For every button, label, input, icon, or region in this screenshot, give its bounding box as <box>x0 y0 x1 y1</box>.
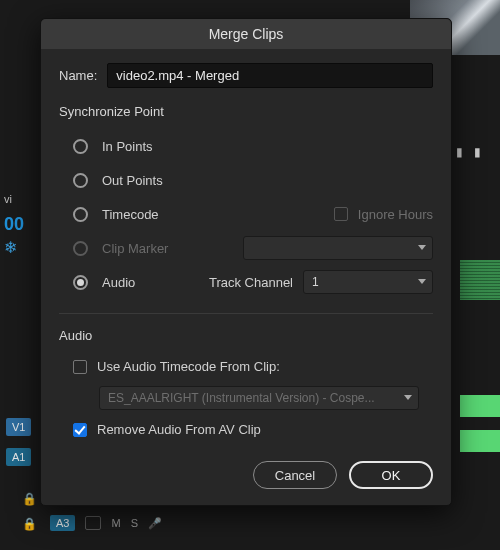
track-headers: V1 A1 <box>6 418 35 466</box>
select-value: ES_AAALRIGHT (Instrumental Version) - Co… <box>108 391 375 405</box>
radio-icon <box>73 207 88 222</box>
ignore-hours-label: Ignore Hours <box>358 207 433 222</box>
track-channel-select[interactable]: 1 <box>303 270 433 294</box>
radio-icon <box>73 139 88 154</box>
audio-timecode-source-select: ES_AAALRIGHT (Instrumental Version) - Co… <box>99 386 419 410</box>
option-out-points[interactable]: Out Points <box>73 163 433 197</box>
radio-icon <box>73 241 88 256</box>
use-audio-timecode-row[interactable]: Use Audio Timecode From Clip: <box>59 353 433 380</box>
option-audio[interactable]: Audio Track Channel 1 <box>73 265 433 299</box>
remove-audio-row[interactable]: Remove Audio From AV Clip <box>59 416 433 443</box>
audio-clip-a1[interactable] <box>460 395 500 417</box>
track-toggle[interactable] <box>85 516 101 530</box>
panel-tab[interactable]: vi <box>4 193 12 205</box>
mute-label[interactable]: M <box>111 517 120 529</box>
dialog-title: Merge Clips <box>41 19 451 49</box>
chevron-down-icon <box>418 279 426 284</box>
cancel-button[interactable]: Cancel <box>253 461 337 489</box>
use-audio-timecode-label: Use Audio Timecode From Clip: <box>97 359 280 374</box>
ignore-hours-checkbox <box>334 207 348 221</box>
remove-audio-checkbox[interactable] <box>73 423 87 437</box>
lock-icon[interactable]: 🔒 <box>22 492 37 506</box>
audio-clip-a2[interactable] <box>460 430 500 452</box>
name-field[interactable] <box>107 63 433 88</box>
track-chip-a1[interactable]: A1 <box>6 448 31 466</box>
option-in-points[interactable]: In Points <box>73 129 433 163</box>
track-chip-v1[interactable]: V1 <box>6 418 31 436</box>
ok-button[interactable]: OK <box>349 461 433 489</box>
track-row-a3: A3 M S 🎤 <box>50 515 162 531</box>
radio-icon <box>73 275 88 290</box>
clip-marker-select <box>243 236 433 260</box>
audio-waveform <box>460 260 500 300</box>
name-label: Name: <box>59 68 97 83</box>
solo-label[interactable]: S <box>131 517 138 529</box>
option-label: Audio <box>102 275 192 290</box>
chevron-down-icon <box>404 395 412 400</box>
use-audio-timecode-checkbox[interactable] <box>73 360 87 374</box>
select-value: 1 <box>312 275 319 289</box>
option-timecode[interactable]: Timecode Ignore Hours <box>73 197 433 231</box>
mic-icon[interactable]: 🎤 <box>148 517 162 530</box>
audio-section-label: Audio <box>59 328 433 343</box>
track-channel-label: Track Channel <box>209 275 293 290</box>
radio-icon <box>73 173 88 188</box>
track-chip-a3[interactable]: A3 <box>50 515 75 531</box>
option-label: In Points <box>102 139 192 154</box>
chevron-down-icon <box>418 245 426 250</box>
lock-icon[interactable]: 🔒 <box>22 517 37 531</box>
timecode-readout: 00 <box>4 214 24 235</box>
remove-audio-label: Remove Audio From AV Clip <box>97 422 261 437</box>
snowflake-icon: ❄ <box>4 238 17 257</box>
option-label: Out Points <box>102 173 192 188</box>
sync-section-label: Synchronize Point <box>59 104 433 119</box>
option-label: Timecode <box>102 207 192 222</box>
merge-clips-dialog: Merge Clips Name: Synchronize Point In P… <box>40 18 452 506</box>
option-label: Clip Marker <box>102 241 192 256</box>
section-divider <box>59 313 433 314</box>
option-clip-marker: Clip Marker <box>73 231 433 265</box>
